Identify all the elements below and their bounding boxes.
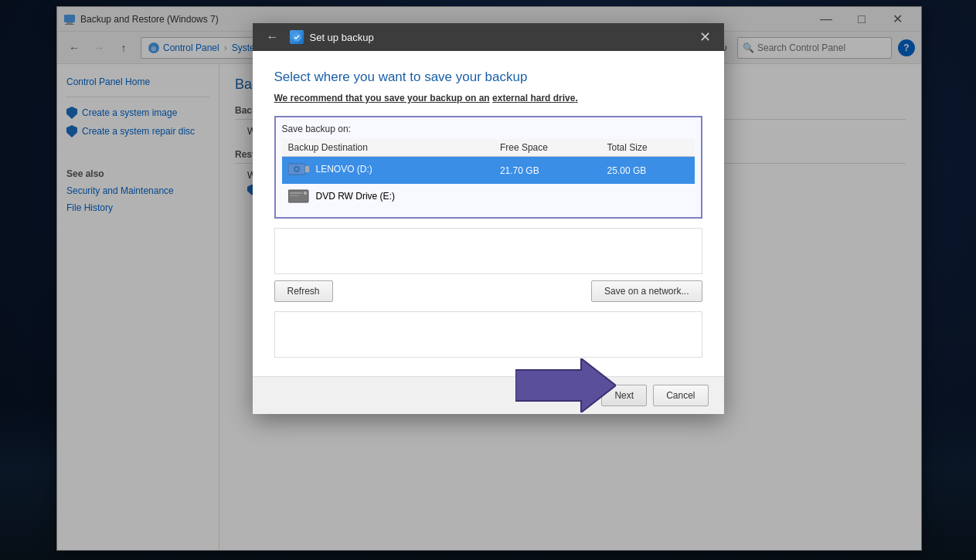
svg-rect-12 (290, 195, 299, 196)
backup-table: Backup Destination Free Space Total Size (282, 139, 695, 211)
hdd-icon (288, 161, 310, 177)
dialog-content-area: Select where you want to save your backu… (253, 51, 724, 376)
dialog-footer: Next Cancel (253, 376, 724, 414)
col-free-space: Free Space (494, 139, 601, 157)
dialog-back-button[interactable]: ← (262, 29, 284, 46)
dialog-heading: Select where you want to save your backu… (274, 70, 702, 85)
dialog-overlay: ← Set up backup ✕ Select where you want … (0, 0, 976, 560)
setup-backup-dialog: ← Set up backup ✕ Select where you want … (253, 23, 724, 414)
dialog-titlebar: ← Set up backup ✕ (253, 23, 724, 51)
dialog-icon (290, 30, 304, 44)
backup-table-container: Save backup on: Backup Destination Free … (274, 116, 702, 219)
cancel-button[interactable]: Cancel (653, 385, 708, 406)
lenovo-free: 21.70 GB (494, 157, 601, 185)
dialog-close-button[interactable]: ✕ (696, 28, 715, 46)
next-button[interactable]: Next (601, 385, 647, 406)
lenovo-name: LENOVO (D:) (282, 157, 494, 185)
network-button[interactable]: Save on a network... (591, 280, 702, 302)
dvd-icon (288, 188, 310, 204)
dvd-free (494, 184, 601, 211)
backup-save-label: Save backup on: (282, 124, 695, 134)
svg-rect-11 (290, 192, 302, 194)
empty-area-2 (274, 311, 702, 358)
svg-rect-7 (305, 166, 309, 172)
dialog-subtitle: We recommend that you save your backup o… (274, 93, 702, 104)
table-row-dvd[interactable]: DVD RW Drive (E:) (282, 184, 695, 211)
dvd-total (601, 184, 695, 211)
dvd-name: DVD RW Drive (E:) (282, 184, 494, 211)
dialog-buttons-row: Refresh Save on a network... (274, 280, 702, 302)
refresh-button[interactable]: Refresh (274, 280, 333, 302)
dialog-subtitle-highlight: external hard drive (492, 93, 575, 104)
svg-point-9 (295, 168, 298, 171)
dialog-title: Set up backup (310, 32, 690, 43)
col-total-size: Total Size (601, 139, 695, 157)
col-destination: Backup Destination (282, 139, 494, 157)
empty-area-1 (274, 228, 702, 274)
table-row-lenovo[interactable]: LENOVO (D:) 21.70 GB 25.00 GB (282, 157, 695, 185)
svg-rect-13 (304, 192, 307, 195)
lenovo-total: 25.00 GB (601, 157, 695, 185)
